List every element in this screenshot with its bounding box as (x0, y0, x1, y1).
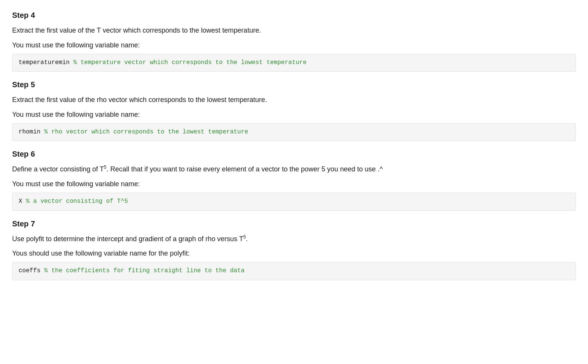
step-5-heading: Step 5 (12, 78, 576, 91)
step-5-code-comment: % rho vector which corresponds to the lo… (44, 129, 248, 135)
step-5-code-block: rhomin % rho vector which corresponds to… (12, 123, 576, 141)
step-4-code-comment: % temperature vector which corresponds t… (73, 59, 307, 66)
step-7-code-block: coeffs % the coefficients for fiting str… (12, 262, 576, 280)
step-7-container: Step 7 Use polyfit to determine the inte… (12, 218, 576, 280)
step-7-desc-before: Use polyfit to determine the intercept a… (12, 235, 239, 243)
step-6-container: Step 6 Define a vector consisting of T5.… (12, 148, 576, 210)
step-6-code-var: X (19, 198, 22, 205)
step-5-container: Step 5 Extract the first value of the rh… (12, 78, 576, 141)
step-4-code-var: temperaturemin (19, 59, 69, 66)
step-4-description: Extract the first value of the T vector … (12, 25, 576, 36)
step-6-description: Define a vector consisting of T5. Recall… (12, 164, 576, 175)
step-7-desc-after: . (246, 235, 248, 243)
step-6-variable-label: You must use the following variable name… (12, 179, 576, 190)
step-4-container: Step 4 Extract the first value of the T … (12, 9, 576, 72)
step-4-variable-label: You must use the following variable name… (12, 40, 576, 51)
step-7-description: Use polyfit to determine the intercept a… (12, 234, 576, 245)
step-5-description: Extract the first value of the rho vecto… (12, 94, 576, 105)
step-6-code-block: X % a vector consisting of T^5 (12, 193, 576, 211)
step-7-heading: Step 7 (12, 218, 576, 230)
step-6-desc-after: . Recall that if you want to raise every… (106, 165, 383, 173)
step-6-heading: Step 6 (12, 148, 576, 160)
step-6-desc-base: T (100, 165, 104, 173)
step-7-desc-super: 5 (243, 234, 246, 240)
step-6-code-comment: % a vector consisting of T^5 (26, 198, 128, 205)
step-7-variable-label: Yous should use the following variable n… (12, 248, 576, 259)
step-7-code-comment: % the coefficients for fiting straight l… (44, 267, 244, 274)
step-7-code-var: coeffs (19, 267, 41, 274)
step-7-desc-base: T (239, 235, 243, 243)
step-4-heading: Step 4 (12, 9, 576, 21)
step-5-variable-label: You must use the following variable name… (12, 109, 576, 120)
step-5-code-var: rhomin (19, 129, 41, 135)
step-4-code-block: temperaturemin % temperature vector whic… (12, 54, 576, 72)
step-6-desc-before: Define a vector consisting of (12, 165, 100, 173)
